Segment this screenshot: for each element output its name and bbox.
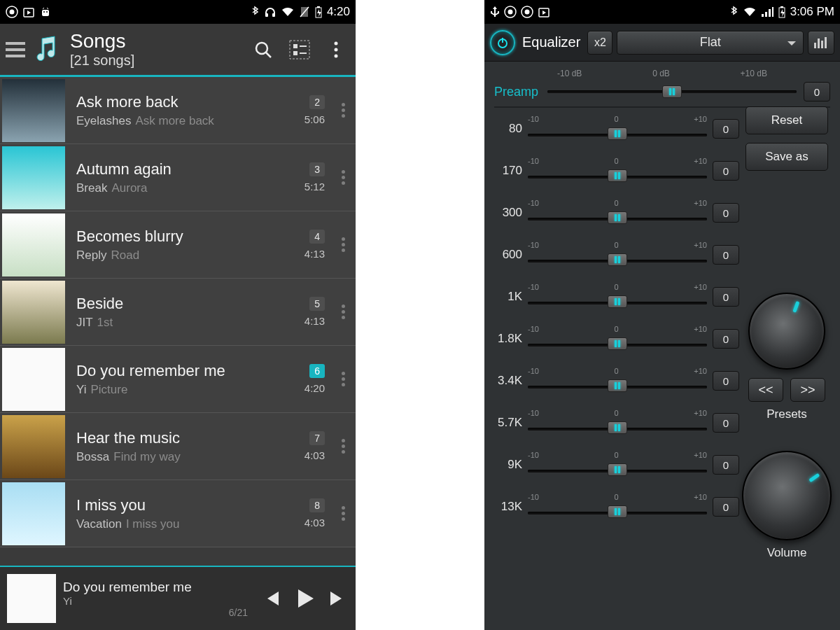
- song-right: 25:06: [286, 95, 325, 125]
- band-slider[interactable]: [528, 125, 707, 143]
- eq-band-row: 80-100+100: [494, 115, 739, 143]
- band-slider[interactable]: [528, 503, 707, 521]
- eq-title: Equalizer: [522, 34, 580, 50]
- eq-band-row: 1K-100+100: [494, 283, 739, 311]
- svg-point-19: [335, 41, 338, 45]
- power-icon: [496, 36, 509, 49]
- now-queue: 6/21: [63, 607, 253, 618]
- song-overflow-button[interactable]: [335, 103, 351, 118]
- band-freq-label: 9K: [494, 458, 522, 472]
- song-subtitle: YiPicture: [76, 383, 279, 397]
- eq-band-row: 300-100+100: [494, 199, 739, 227]
- search-button[interactable]: [249, 36, 277, 64]
- track-badge: 8: [309, 498, 325, 512]
- song-overflow-button[interactable]: [335, 439, 351, 454]
- svg-point-1: [10, 10, 15, 15]
- song-meta: Ask more backEyelashesAsk more back: [72, 93, 279, 128]
- band-freq-label: 600: [494, 248, 522, 262]
- song-subtitle: ReplyRoad: [76, 248, 279, 262]
- band-slider-wrap: -100+10: [528, 451, 707, 479]
- song-title: Autumn again: [76, 160, 279, 178]
- song-title: Becomes blurry: [76, 227, 279, 246]
- eq-preset-dropdown[interactable]: Flat: [617, 31, 804, 55]
- prev-button[interactable]: [260, 587, 283, 610]
- song-title: I miss you: [76, 496, 279, 514]
- svg-rect-16: [293, 51, 298, 55]
- song-row[interactable]: I miss youVacationI miss you84:03: [0, 480, 356, 547]
- band-slider[interactable]: [528, 167, 707, 185]
- svg-point-25: [525, 10, 530, 15]
- svg-rect-15: [293, 44, 298, 48]
- song-duration: 4:03: [304, 449, 325, 461]
- preset-prev-button[interactable]: <<: [748, 378, 783, 402]
- track-badge: 4: [309, 230, 325, 244]
- playback-controls: [260, 585, 349, 612]
- status-bar: 4:20: [0, 0, 356, 24]
- album-art: [2, 79, 65, 142]
- song-title: Do you remember me: [76, 362, 279, 380]
- song-overflow-button[interactable]: [335, 237, 351, 252]
- song-row[interactable]: Do you remember meYiPicture64:20: [0, 346, 356, 413]
- band-slider[interactable]: [528, 419, 707, 437]
- band-slider-wrap: -100+10: [528, 367, 707, 395]
- eq-band-row: 13K-100+100: [494, 493, 739, 521]
- song-row[interactable]: BesideJIT1st54:13: [0, 279, 356, 346]
- reset-button[interactable]: Reset: [746, 106, 828, 134]
- song-overflow-button[interactable]: [335, 304, 351, 319]
- next-button[interactable]: [326, 587, 349, 610]
- status-clock: 4:20: [327, 5, 350, 19]
- song-row[interactable]: Ask more backEyelashesAsk more back25:06: [0, 77, 356, 144]
- song-overflow-button[interactable]: [335, 506, 351, 521]
- svg-rect-32: [818, 38, 820, 48]
- band-slider-wrap: -100+10: [528, 157, 707, 185]
- band-slider-wrap: -100+10: [528, 241, 707, 269]
- song-right: 54:13: [286, 297, 325, 327]
- song-row[interactable]: Hear the musicBossaFind my way74:03: [0, 413, 356, 480]
- song-list[interactable]: Ask more backEyelashesAsk more back25:06…: [0, 77, 356, 566]
- volume-knob[interactable]: [742, 451, 832, 540]
- svg-point-23: [508, 10, 513, 15]
- band-slider[interactable]: [528, 251, 707, 269]
- band-freq-label: 170: [494, 164, 522, 178]
- svg-rect-28: [780, 6, 783, 8]
- song-meta: I miss youVacationI miss you: [72, 496, 279, 531]
- song-overflow-button[interactable]: [335, 170, 351, 185]
- band-slider-wrap: -100+10: [528, 199, 707, 227]
- svg-point-4: [43, 11, 45, 13]
- status-left-icons: [6, 6, 52, 18]
- band-slider[interactable]: [528, 293, 707, 311]
- song-overflow-button[interactable]: [335, 372, 351, 386]
- song-row[interactable]: Autumn againBreakAurora35:12: [0, 144, 356, 211]
- eq-visualizer-button[interactable]: [808, 31, 834, 55]
- eq-body: -10 dB 0 dB +10 dB Preamp 0 80-100+10017…: [484, 62, 840, 630]
- song-row[interactable]: Becomes blurryReplyRoad44:13: [0, 211, 356, 279]
- band-slider[interactable]: [528, 335, 707, 353]
- preamp-slider[interactable]: [547, 81, 797, 102]
- menu-button[interactable]: [6, 42, 25, 57]
- song-subtitle: EyelashesAsk more back: [76, 114, 279, 128]
- saveas-button[interactable]: Save as: [746, 143, 828, 171]
- no-sim-icon: [299, 6, 310, 18]
- android-icon: [39, 6, 52, 18]
- band-slider-wrap: -100+10: [528, 325, 707, 353]
- now-title: Do you remember me: [63, 580, 253, 595]
- svg-point-21: [335, 54, 338, 57]
- song-subtitle: JIT1st: [76, 316, 279, 330]
- overflow-button[interactable]: [322, 36, 350, 64]
- band-slider[interactable]: [528, 209, 707, 227]
- now-playing-bar[interactable]: Do you remember me Yi 6/21: [0, 566, 356, 630]
- play-button[interactable]: [291, 585, 318, 612]
- balance-knob[interactable]: [748, 293, 825, 370]
- preset-nav: << >>: [748, 378, 825, 402]
- battery-charging-icon: [314, 6, 323, 18]
- preset-next-button[interactable]: >>: [790, 378, 825, 402]
- band-slider[interactable]: [528, 377, 707, 395]
- select-mode-button[interactable]: [286, 36, 314, 64]
- eq-multiplier-button[interactable]: x2: [587, 31, 612, 55]
- songs-header: Songs [21 songs]: [0, 24, 356, 77]
- eq-power-button[interactable]: [490, 30, 515, 55]
- band-slider-wrap: -100+10: [528, 283, 707, 311]
- song-meta: Becomes blurryReplyRoad: [72, 227, 279, 262]
- status-right-icons: 4:20: [250, 5, 350, 19]
- band-slider[interactable]: [528, 461, 707, 479]
